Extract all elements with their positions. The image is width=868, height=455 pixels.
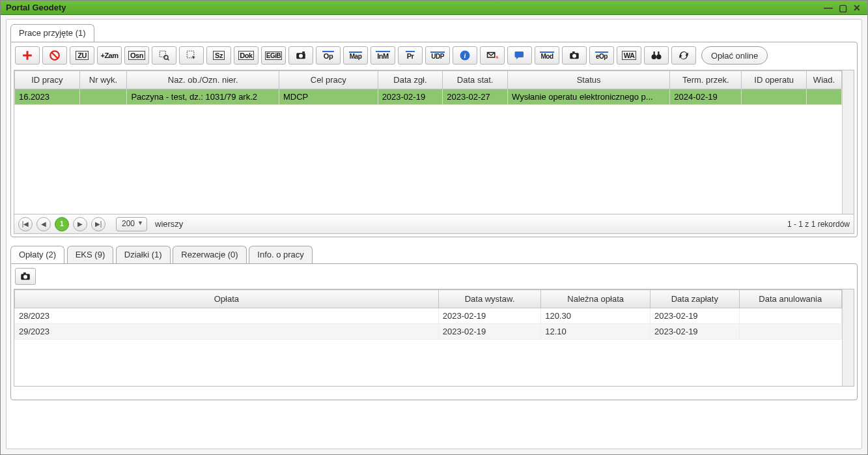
grid-scrollbar[interactable] [842, 70, 854, 214]
grid-header-row: ID pracy Nr wyk. Naz. ob./Ozn. nier. Cel… [15, 71, 842, 89]
select-area-button[interactable] [179, 46, 204, 65]
wa-button[interactable]: WA [617, 46, 641, 65]
svg-point-2 [164, 55, 168, 59]
egib-button[interactable]: EGiB [261, 46, 286, 65]
scol-oplata[interactable]: Opłata [15, 290, 439, 308]
titlebar: Portal Geodety — ▢ ✕ [1, 1, 867, 15]
page-size-select[interactable]: 200 [116, 217, 147, 231]
tab-eks[interactable]: EKS (9) [67, 246, 114, 263]
col-nrwyk[interactable]: Nr wyk. [79, 71, 127, 89]
col-id[interactable]: ID pracy [15, 71, 80, 89]
svg-point-15 [656, 55, 662, 60]
main-tabstrip: Prace przyjęte (1) [10, 23, 858, 42]
pr-button[interactable]: Pr [398, 46, 423, 65]
mail-new-button[interactable]: NEW [480, 46, 505, 65]
tab-info[interactable]: Info. o pracy [249, 246, 313, 263]
main-grid: ID pracy Nr wyk. Naz. ob./Ozn. nier. Cel… [14, 70, 854, 214]
main-panel: ZU +Zam Osn Sz Dok EGiB Op Map InM Pr UD… [10, 42, 858, 237]
osn-button[interactable]: Osn [124, 46, 149, 65]
op-button[interactable]: Op [316, 46, 341, 65]
minimize-button[interactable]: — [823, 3, 833, 13]
col-wiad[interactable]: Wiad. [806, 71, 841, 89]
table-row[interactable]: 28/20232023-02-19120.302023-02-19 [15, 308, 842, 324]
sub-grid-header: Opłata Data wystaw. Należna opłata Data … [15, 290, 842, 308]
svg-text:NEW: NEW [496, 55, 498, 59]
page-first-button[interactable]: |◀ [18, 217, 33, 231]
scol-zaplaty[interactable]: Data zapłaty [651, 290, 739, 308]
table-row[interactable]: 16.2023 Paczyna - test, dz.: 1031/79 ark… [15, 89, 842, 105]
tab-dzialki[interactable]: Działki (1) [116, 246, 171, 263]
camera-button[interactable] [288, 46, 313, 65]
scol-anul[interactable]: Data anulowania [739, 290, 841, 308]
svg-rect-17 [658, 51, 659, 55]
col-zgl[interactable]: Data zgł. [378, 71, 443, 89]
inm-button[interactable]: InM [371, 46, 395, 65]
table-row[interactable]: 29/20232023-02-1912.102023-02-19 [15, 324, 842, 340]
svg-rect-16 [654, 51, 655, 55]
col-oper[interactable]: ID operatu [742, 71, 807, 89]
page-current[interactable]: 1 [55, 217, 69, 231]
sub-tabstrip: Opłaty (2) EKS (9) Działki (1) Rezerwacj… [10, 245, 858, 263]
col-cel[interactable]: Cel pracy [279, 71, 378, 89]
add-button[interactable] [15, 46, 40, 65]
pager-summary: 1 - 1 z 1 rekordów [787, 220, 850, 229]
rows-label: wierszy [155, 219, 183, 229]
tab-oplaty[interactable]: Opłaty (2) [10, 246, 64, 263]
close-button[interactable]: ✕ [852, 3, 862, 13]
eop-button[interactable]: eOp [589, 46, 614, 65]
svg-rect-20 [23, 272, 26, 274]
zoom-area-button[interactable] [152, 46, 176, 65]
sz-button[interactable]: Sz [206, 46, 231, 65]
zam-button[interactable]: +Zam [97, 46, 122, 65]
window-title: Portal Geodety [6, 3, 66, 12]
pay-online-button[interactable]: Opłać online [701, 46, 768, 65]
svg-rect-6 [302, 51, 305, 53]
cancel-button[interactable] [42, 46, 67, 65]
scol-wystaw[interactable]: Data wystaw. [438, 290, 540, 308]
toolbar: ZU +Zam Osn Sz Dok EGiB Op Map InM Pr UD… [14, 45, 854, 66]
tab-prace-przyjete[interactable]: Prace przyjęte (1) [10, 24, 94, 42]
info-button[interactable]: i [453, 46, 477, 65]
content-area: Prace przyjęte (1) ZU +Zam Osn Sz Dok EG… [6, 19, 862, 449]
svg-rect-13 [572, 51, 575, 53]
udp-button[interactable]: UDP [425, 46, 450, 65]
page-prev-button[interactable]: ◀ [36, 217, 51, 231]
col-status[interactable]: Status [508, 71, 670, 89]
zu-button[interactable]: ZU [70, 46, 94, 65]
sub-toolbar [14, 267, 854, 286]
scol-nalezna[interactable]: Należna opłata [541, 290, 651, 308]
col-stat[interactable]: Data stat. [443, 71, 508, 89]
col-naz[interactable]: Naz. ob./Ozn. nier. [127, 71, 279, 89]
svg-point-19 [23, 275, 27, 279]
tab-rezerwacje[interactable]: Rezerwacje (0) [173, 246, 246, 263]
svg-text:i: i [464, 52, 466, 59]
dok-button[interactable]: Dok [234, 46, 259, 65]
binoculars-button[interactable] [644, 46, 669, 65]
sub-panel: Opłata Data wystaw. Należna opłata Data … [10, 263, 858, 400]
pager: |◀ ◀ 1 ▶ ▶| 200 wierszy 1 - 1 z 1 rekord… [14, 214, 854, 234]
map-button[interactable]: Map [343, 46, 368, 65]
maximize-button[interactable]: ▢ [837, 3, 848, 13]
camera2-button[interactable] [562, 46, 587, 65]
page-next-button[interactable]: ▶ [73, 217, 87, 231]
sub-grid: Opłata Data wystaw. Należna opłata Data … [14, 289, 854, 387]
sub-grid-scrollbar[interactable] [842, 289, 854, 386]
svg-point-12 [572, 54, 576, 58]
page-last-button[interactable]: ▶| [91, 217, 105, 231]
mod-button[interactable]: Mod [535, 46, 559, 65]
col-term[interactable]: Term. przek. [670, 71, 742, 89]
svg-point-14 [652, 55, 657, 60]
refresh-button[interactable] [671, 46, 696, 65]
sub-camera-button[interactable] [15, 268, 36, 285]
svg-point-5 [299, 54, 303, 58]
chat-button[interactable] [507, 46, 532, 65]
